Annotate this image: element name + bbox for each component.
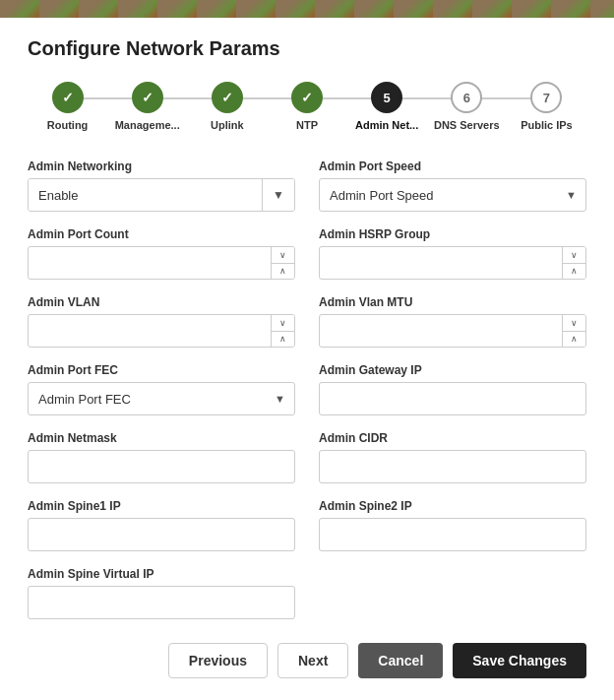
top-banner <box>0 0 614 18</box>
admin-vlan-wrapper: ∨ ∧ <box>28 314 295 348</box>
step-circle-1 <box>52 82 84 113</box>
admin-vlan-mtu-input[interactable] <box>320 317 562 346</box>
next-button[interactable]: Next <box>277 643 348 678</box>
admin-hsrp-group-group: Admin HSRP Group ∨ ∧ <box>319 227 586 280</box>
step-management: Manageme... <box>107 82 187 132</box>
step-label-5: Admin Net... <box>355 118 418 132</box>
admin-vlan-mtu-wrapper: ∨ ∧ <box>319 314 586 348</box>
admin-hsrp-group-input[interactable] <box>320 249 562 278</box>
admin-port-count-label: Admin Port Count <box>28 227 295 241</box>
admin-port-count-down-btn[interactable]: ∨ <box>272 247 294 264</box>
admin-gateway-ip-label: Admin Gateway IP <box>319 363 586 377</box>
step-routing: Routing <box>28 82 107 132</box>
admin-port-fec-wrapper: Admin Port FEC None RS FC ▼ <box>28 382 295 415</box>
step-label-4: NTP <box>296 118 318 132</box>
admin-netmask-label: Admin Netmask <box>28 431 295 445</box>
admin-cidr-input[interactable] <box>319 450 586 483</box>
stepper: Routing Manageme... Uplink NTP 5 Admin N… <box>28 82 586 132</box>
checkmark-icon-4 <box>301 90 313 105</box>
checkmark-icon-2 <box>142 90 154 105</box>
step-circle-4 <box>291 82 323 113</box>
checkmark-icon-1 <box>62 90 74 105</box>
checkmark-icon-3 <box>221 90 233 105</box>
admin-vlan-input[interactable] <box>29 317 271 346</box>
admin-netmask-group: Admin Netmask <box>28 431 295 483</box>
step-circle-6: 6 <box>451 82 482 113</box>
step-label-2: Manageme... <box>115 118 180 132</box>
previous-button[interactable]: Previous <box>168 643 268 678</box>
admin-gateway-ip-input[interactable] <box>319 382 586 415</box>
admin-port-count-up-btn[interactable]: ∧ <box>272 264 294 280</box>
footer: Previous Next Cancel Save Changes <box>28 643 586 678</box>
admin-port-speed-select[interactable]: Admin Port Speed 1G 10G 25G 100G <box>319 178 586 212</box>
admin-vlan-mtu-down-btn[interactable]: ∨ <box>563 315 585 332</box>
step-circle-3 <box>212 82 243 113</box>
admin-gateway-ip-group: Admin Gateway IP <box>319 363 586 415</box>
step-number-7: 7 <box>543 91 550 105</box>
admin-networking-wrapper: ▼ <box>28 178 295 212</box>
admin-vlan-group: Admin VLAN ∨ ∧ <box>28 295 295 348</box>
page-title: Configure Network Params <box>28 37 586 60</box>
admin-port-count-wrapper: ∨ ∧ <box>28 246 295 280</box>
admin-port-count-group: Admin Port Count ∨ ∧ <box>28 227 295 280</box>
step-label-3: Uplink <box>211 118 244 132</box>
admin-vlan-arrows: ∨ ∧ <box>271 315 294 347</box>
step-label-7: Public IPs <box>521 118 573 132</box>
admin-networking-group: Admin Networking ▼ <box>28 159 295 212</box>
admin-spine1-ip-group: Admin Spine1 IP <box>28 499 295 551</box>
form-grid: Admin Networking ▼ Admin Port Speed Admi… <box>28 159 586 619</box>
admin-spine-virtual-ip-input[interactable] <box>28 586 295 619</box>
admin-vlan-down-btn[interactable]: ∨ <box>272 315 294 332</box>
admin-port-fec-group: Admin Port FEC Admin Port FEC None RS FC… <box>28 363 295 415</box>
admin-hsrp-up-btn[interactable]: ∧ <box>563 264 585 280</box>
admin-netmask-input[interactable] <box>28 450 295 483</box>
admin-port-count-arrows: ∨ ∧ <box>271 247 294 279</box>
admin-vlan-up-btn[interactable]: ∧ <box>272 332 294 348</box>
admin-networking-label: Admin Networking <box>28 159 295 173</box>
admin-spine1-ip-input[interactable] <box>28 518 295 551</box>
admin-vlan-mtu-label: Admin Vlan MTU <box>319 295 586 309</box>
admin-hsrp-group-arrows: ∨ ∧ <box>562 247 585 279</box>
step-label-6: DNS Servers <box>434 118 500 132</box>
admin-port-speed-label: Admin Port Speed <box>319 159 586 173</box>
step-public-ips: 7 Public IPs <box>507 82 586 132</box>
step-circle-2 <box>132 82 163 113</box>
admin-cidr-label: Admin CIDR <box>319 431 586 445</box>
step-number-6: 6 <box>463 91 470 105</box>
admin-port-fec-label: Admin Port FEC <box>28 363 295 377</box>
admin-hsrp-group-label: Admin HSRP Group <box>319 227 586 241</box>
admin-spine1-ip-label: Admin Spine1 IP <box>28 499 295 513</box>
admin-hsrp-down-btn[interactable]: ∨ <box>563 247 585 264</box>
admin-spine-virtual-ip-group: Admin Spine Virtual IP <box>28 567 295 619</box>
admin-cidr-group: Admin CIDR <box>319 431 586 483</box>
admin-networking-dropdown-btn[interactable]: ▼ <box>262 179 294 211</box>
step-label-1: Routing <box>47 118 89 132</box>
step-uplink: Uplink <box>187 82 267 132</box>
admin-port-count-input[interactable] <box>29 249 271 278</box>
step-circle-5: 5 <box>371 82 402 113</box>
step-ntp: NTP <box>267 82 346 132</box>
admin-spine2-ip-input[interactable] <box>319 518 586 551</box>
admin-spine-virtual-ip-label: Admin Spine Virtual IP <box>28 567 295 581</box>
step-circle-7: 7 <box>530 82 562 113</box>
step-dns: 6 DNS Servers <box>427 82 507 132</box>
admin-hsrp-group-wrapper: ∨ ∧ <box>319 246 586 280</box>
admin-vlan-mtu-arrows: ∨ ∧ <box>562 315 585 347</box>
cancel-button[interactable]: Cancel <box>358 643 443 678</box>
admin-networking-input[interactable] <box>29 179 262 211</box>
admin-spine2-ip-group: Admin Spine2 IP <box>319 499 586 551</box>
admin-vlan-mtu-up-btn[interactable]: ∧ <box>563 332 585 348</box>
admin-port-fec-select[interactable]: Admin Port FEC None RS FC <box>28 382 295 415</box>
admin-vlan-mtu-group: Admin Vlan MTU ∨ ∧ <box>319 295 586 348</box>
admin-port-speed-group: Admin Port Speed Admin Port Speed 1G 10G… <box>319 159 586 212</box>
step-number-5: 5 <box>384 91 391 105</box>
save-changes-button[interactable]: Save Changes <box>453 643 586 678</box>
admin-spine2-ip-label: Admin Spine2 IP <box>319 499 586 513</box>
admin-port-speed-wrapper: Admin Port Speed 1G 10G 25G 100G ▼ <box>319 178 586 212</box>
step-admin-net: 5 Admin Net... <box>347 82 427 132</box>
admin-vlan-label: Admin VLAN <box>28 295 295 309</box>
